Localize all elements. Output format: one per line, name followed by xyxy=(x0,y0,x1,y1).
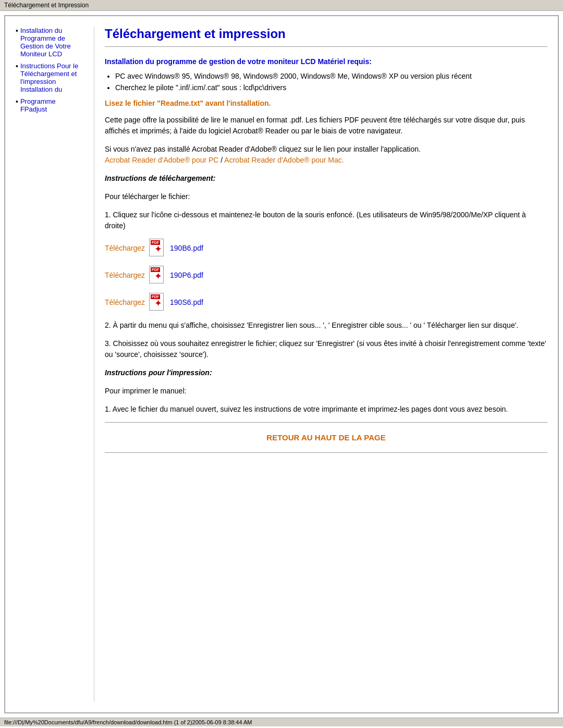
pdf-icon-3: PDF ✦ xyxy=(149,293,166,312)
sidebar-item-instructions: • Instructions Pour le Téléchargement et… xyxy=(16,62,83,94)
requirement-item-1: PC avec Windows® 95, Windows® 98, Window… xyxy=(115,72,547,80)
sidebar-item-fpadjust: • Programme FPadjust xyxy=(16,97,83,114)
main-container: • Installation du Programme de Gestion d… xyxy=(4,15,559,713)
pdf-link-2[interactable]: 190P6.pdf xyxy=(170,271,203,279)
sidebar-link-instructions[interactable]: Instructions Pour le Téléchargement et l… xyxy=(20,62,83,93)
pdf-acrobat-glyph-3: ✦ xyxy=(154,298,162,309)
sidebar-link-fpadjust[interactable]: Programme FPadjust xyxy=(20,97,83,113)
pdf-link-3[interactable]: 190S6.pdf xyxy=(170,298,203,306)
pdf-acrobat-glyph-2: ✦ xyxy=(154,270,162,282)
paragraph-2: Si vous n'avez pas installé Acrobat Read… xyxy=(105,144,547,166)
print-instructions-heading: Instructions pour l'impression: xyxy=(105,367,547,378)
pdf-icon-1: PDF ✦ xyxy=(149,239,166,257)
retour-link[interactable]: RETOUR AU HAUT DE LA PAGE xyxy=(105,433,547,442)
footer-divider xyxy=(105,452,547,453)
pdf-icon-2: PDF ✦ xyxy=(149,266,166,285)
bullet-dot-2: • xyxy=(16,62,18,94)
status-bar: file:///D|/My%20Documents/dfu/A9/french/… xyxy=(0,718,563,726)
download-instructions-heading: Instructions de téléchargement: xyxy=(105,173,547,184)
pdf-icon-inner-3: PDF ✦ xyxy=(149,293,164,311)
paragraph-4: 1. Cliquez sur l'icône ci-dessous et mai… xyxy=(105,209,547,231)
bullet-dot-3: • xyxy=(16,97,18,114)
pdf-link-1[interactable]: 190B6.pdf xyxy=(170,244,203,252)
acrobat-pc-link[interactable]: Acrobat Reader d'Adobe® pour PC xyxy=(105,156,218,164)
status-bar-text: file:///D|/My%20Documents/dfu/A9/french/… xyxy=(4,719,252,725)
title-bar-text: Téléchargement et Impression xyxy=(4,2,89,9)
page-title: Téléchargement et impression xyxy=(105,27,547,41)
paragraph-7: Pour imprimer le manuel: xyxy=(105,386,547,397)
download-row-1: Téléchargez PDF ✦ 190B6.pdf xyxy=(105,239,547,257)
sidebar-item-install: • Installation du Programme de Gestion d… xyxy=(16,27,83,59)
sidebar-link-install[interactable]: Installation du Programme de Gestion de … xyxy=(20,27,83,58)
title-bar: Téléchargement et Impression xyxy=(0,0,563,11)
pdf-icon-inner-2: PDF ✦ xyxy=(149,266,164,283)
top-divider xyxy=(105,46,547,47)
bottom-divider xyxy=(105,422,547,423)
download-label-3: Téléchargez xyxy=(105,298,145,306)
requirement-item-2: Cherchez le pilote ".inf/.icm/.cat" sous… xyxy=(115,83,547,92)
paragraph-5: 2. À partir du menu qui s'affiche, chois… xyxy=(105,320,547,331)
warning-text: Lisez le fichier "Readme.txt" avant l'in… xyxy=(105,99,547,107)
separator: / xyxy=(218,156,224,164)
pdf-acrobat-glyph-1: ✦ xyxy=(154,243,162,255)
requirements-list: PC avec Windows® 95, Windows® 98, Window… xyxy=(115,72,547,92)
sidebar: • Installation du Programme de Gestion d… xyxy=(16,27,83,702)
section-heading: Installation du programme de gestion de … xyxy=(105,57,547,66)
paragraph-8: 1. Avec le fichier du manuel ouvert, sui… xyxy=(105,404,547,415)
acrobat-mac-link[interactable]: Acrobat Reader d'Adobe® pour Mac. xyxy=(224,156,344,164)
content-area: Téléchargement et impression Installatio… xyxy=(94,27,547,702)
paragraph-1: Cette page offre la possibilité de lire … xyxy=(105,115,547,137)
download-label-1: Téléchargez xyxy=(105,244,145,252)
bullet-dot-1: • xyxy=(16,27,18,59)
download-row-3: Téléchargez PDF ✦ 190S6.pdf xyxy=(105,293,547,312)
download-row-2: Téléchargez PDF ✦ 190P6.pdf xyxy=(105,266,547,285)
download-label-2: Téléchargez xyxy=(105,271,145,279)
pdf-icon-inner-1: PDF ✦ xyxy=(149,239,164,256)
paragraph-3: Pour télécharger le fichier: xyxy=(105,191,547,202)
paragraph-6: 3. Choisissez où vous souhaitez enregist… xyxy=(105,338,547,360)
